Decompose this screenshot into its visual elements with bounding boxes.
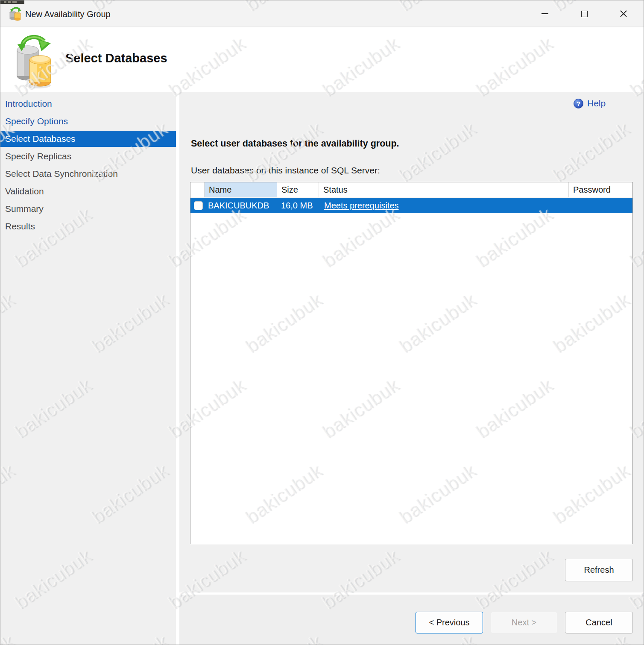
maximize-button[interactable] bbox=[574, 0, 594, 27]
row-checkbox[interactable] bbox=[194, 201, 203, 210]
column-header-name[interactable]: Name bbox=[205, 182, 277, 197]
help-link[interactable]: Help bbox=[574, 98, 606, 108]
help-icon bbox=[574, 99, 583, 108]
column-header-size[interactable]: Size bbox=[277, 182, 319, 197]
wizard-steps-nav: Introduction Specify Options Select Data… bbox=[0, 92, 176, 645]
database-size-cell: 16,0 MB bbox=[277, 198, 319, 213]
refresh-button[interactable]: Refresh bbox=[565, 559, 633, 581]
column-header-checkbox bbox=[190, 182, 205, 197]
window-title: New Availability Group bbox=[25, 0, 111, 27]
step-validation: Validation bbox=[0, 183, 176, 199]
cancel-button[interactable]: Cancel bbox=[565, 612, 633, 633]
content-heading: Select user databases for the availabili… bbox=[191, 138, 399, 149]
databases-table: Name Size Status Password BAKICUBUKDB 16… bbox=[190, 182, 633, 544]
meets-prerequisites-link[interactable]: Meets prerequisites bbox=[324, 201, 399, 211]
help-label: Help bbox=[587, 98, 606, 108]
database-name-cell: BAKICUBUKDB bbox=[205, 198, 277, 213]
row-checkbox-cell bbox=[190, 198, 205, 213]
step-summary: Summary bbox=[0, 201, 176, 217]
databases-list-label: User databases on this instance of SQL S… bbox=[191, 165, 380, 176]
maximize-icon bbox=[581, 11, 588, 17]
watermark-text: bakicubuk bbox=[549, 118, 633, 186]
database-sync-icon bbox=[12, 32, 54, 90]
step-select-databases[interactable]: Select Databases bbox=[0, 131, 176, 147]
minimize-icon bbox=[542, 13, 548, 14]
step-introduction[interactable]: Introduction bbox=[0, 96, 176, 112]
step-specify-options[interactable]: Specify Options bbox=[0, 113, 176, 129]
database-table-row[interactable]: BAKICUBUKDB 16,0 MB Meets prerequisites bbox=[190, 198, 632, 213]
table-header-row: Name Size Status Password bbox=[190, 182, 632, 198]
close-icon bbox=[620, 10, 627, 18]
availability-group-app-icon bbox=[9, 6, 22, 21]
watermark-text: bakicubuk bbox=[241, 118, 326, 186]
wizard-header: Select Databases bbox=[0, 27, 644, 92]
database-status-cell: Meets prerequisites bbox=[319, 198, 569, 213]
screen-artifact bbox=[0, 0, 24, 4]
step-select-data-synchronization: Select Data Synchronization bbox=[0, 166, 176, 182]
panel-divider bbox=[176, 92, 179, 645]
step-results: Results bbox=[0, 218, 176, 235]
wizard-window: New Availability Group bbox=[0, 0, 644, 645]
previous-button[interactable]: < Previous bbox=[416, 612, 483, 633]
title-bar: New Availability Group bbox=[0, 0, 644, 27]
page-title: Select Databases bbox=[65, 51, 167, 65]
step-specify-replicas: Specify Replicas bbox=[0, 148, 176, 164]
watermark-text: bakicubuk bbox=[395, 118, 480, 186]
column-header-status[interactable]: Status bbox=[319, 182, 569, 197]
column-header-password[interactable]: Password bbox=[569, 182, 632, 197]
next-button[interactable]: Next > bbox=[491, 612, 557, 633]
close-button[interactable] bbox=[614, 0, 633, 27]
minimize-button[interactable] bbox=[535, 0, 555, 27]
